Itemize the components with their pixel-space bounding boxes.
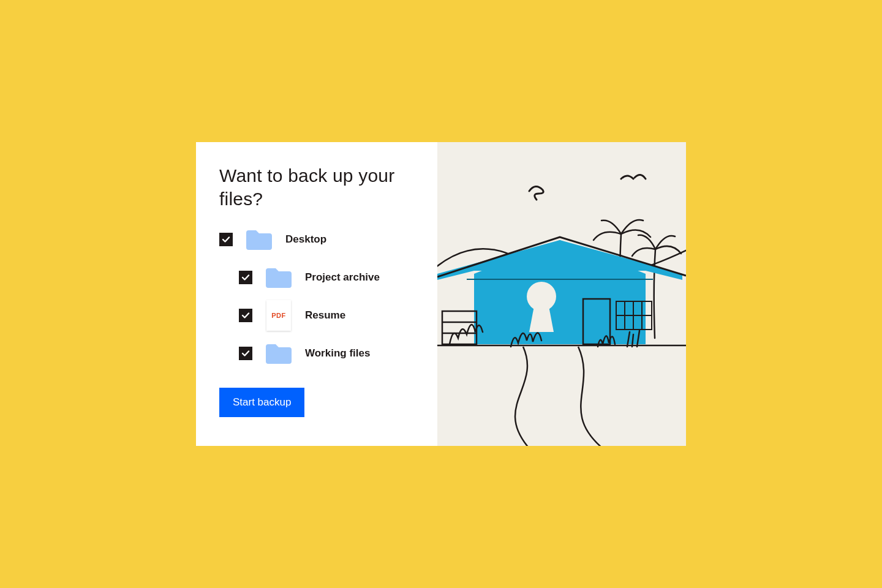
backup-item-label: Working files [305, 347, 370, 360]
checkmark-icon [241, 311, 250, 320]
checkbox-desktop[interactable] [219, 233, 233, 246]
folder-icon [265, 341, 293, 366]
pdf-file-icon: PDF [265, 303, 293, 328]
checkbox-working-files[interactable] [239, 347, 252, 360]
checkbox-resume[interactable] [239, 309, 252, 322]
backup-items-list: Desktop Project archive [219, 227, 423, 366]
page-background: Want to back up your files? Desktop [0, 0, 882, 588]
svg-rect-10 [442, 311, 477, 344]
backup-item-label: Desktop [285, 233, 326, 246]
backup-item-label: Resume [305, 309, 345, 322]
backup-item-working-files: Working files [219, 341, 423, 366]
checkbox-project-archive[interactable] [239, 271, 252, 284]
folder-icon [265, 265, 293, 290]
checkmark-icon [241, 349, 250, 358]
backup-item-resume: PDF Resume [219, 303, 423, 328]
checkmark-icon [241, 273, 250, 282]
start-backup-button[interactable]: Start backup [219, 388, 304, 417]
backup-form-pane: Want to back up your files? Desktop [196, 142, 437, 446]
pdf-badge-text: PDF [271, 312, 286, 319]
backup-item-desktop: Desktop [219, 227, 423, 252]
backup-item-project-archive: Project archive [219, 265, 423, 290]
illustration-pane [437, 142, 686, 446]
folder-icon [245, 227, 273, 252]
dialog-title: Want to back up your files? [219, 164, 423, 210]
backup-dialog: Want to back up your files? Desktop [196, 142, 686, 446]
checkmark-icon [222, 235, 230, 244]
secure-house-illustration [437, 142, 686, 446]
backup-item-label: Project archive [305, 271, 380, 284]
